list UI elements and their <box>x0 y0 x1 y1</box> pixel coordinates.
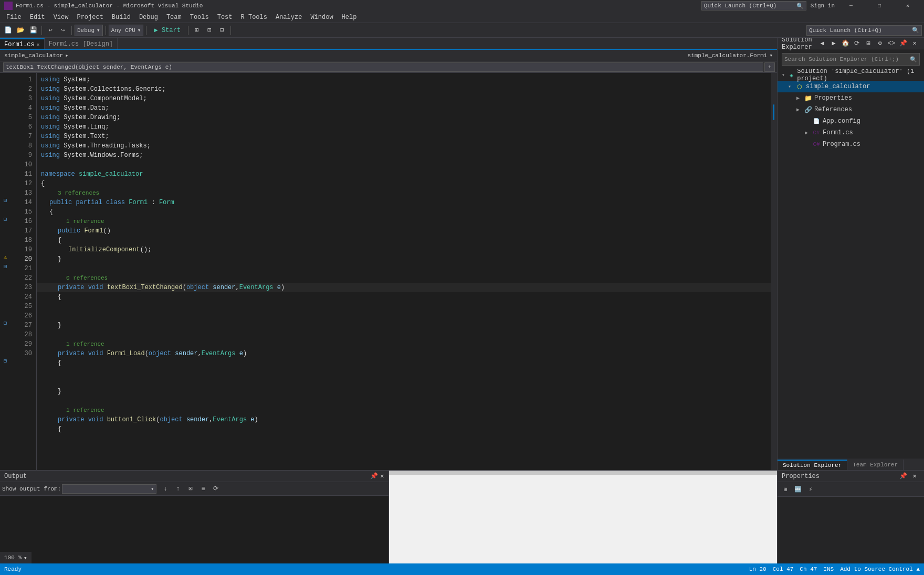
code-line-27[interactable]: } <box>37 321 771 330</box>
code-line-32[interactable] <box>37 368 771 377</box>
code-line-34[interactable]: } <box>37 387 771 396</box>
sign-in[interactable]: Sign in <box>811 3 835 9</box>
horizontal-scrollbar-area[interactable] <box>389 471 778 475</box>
menu-tools[interactable]: Tools <box>186 12 213 23</box>
code-line-14[interactable]: public partial class Form1 : Form <box>37 198 771 207</box>
se-show-all-btn[interactable]: ⊞ <box>863 38 874 49</box>
main-quick-launch[interactable]: Quick Launch (Ctrl+Q) 🔍 <box>701 1 806 10</box>
menu-analyze[interactable]: Analyze <box>271 12 306 23</box>
prop-events-btn[interactable]: ⚡ <box>805 484 816 495</box>
project-node[interactable]: ▾ ⬡ simple_calculator <box>778 81 924 92</box>
save-btn[interactable]: 💾 <box>27 25 39 36</box>
se-back-btn[interactable]: ◀ <box>817 38 827 49</box>
toolbar-btn-3[interactable]: ⊟ <box>216 25 228 36</box>
code-line-8[interactable]: using System.Threading.Tasks; <box>37 141 771 151</box>
appconfig-node[interactable]: ▶ 📄 App.config <box>778 115 924 127</box>
platform-dropdown[interactable]: Any CPU ▾ <box>109 25 144 36</box>
menu-debug[interactable]: Debug <box>135 12 162 23</box>
code-line-9[interactable]: using System.Windows.Forms; <box>37 151 771 160</box>
close-button[interactable]: ✕ <box>896 0 920 12</box>
code-line-18[interactable]: { <box>37 236 771 245</box>
code-line-17[interactable]: public Form1 () <box>37 226 771 236</box>
output-btn-1[interactable]: ↓ <box>160 483 171 495</box>
output-pin-icon[interactable]: 📌 <box>370 472 378 480</box>
tab-solution-explorer[interactable]: Solution Explorer <box>778 460 847 470</box>
code-line-3[interactable]: using System.ComponentModel; <box>37 94 771 103</box>
code-line-38[interactable]: { <box>37 424 771 434</box>
status-ln[interactable]: Ln 20 <box>749 566 766 572</box>
event-box[interactable]: textBox1_TextChanged(object sender, Even… <box>3 62 763 72</box>
code-line-31[interactable]: { <box>37 358 771 368</box>
add-event-btn[interactable]: + <box>764 62 775 72</box>
breadcrumb-class[interactable]: simple_calculator.Form1 <box>688 52 768 59</box>
code-line-1[interactable]: using System; <box>37 75 771 84</box>
toolbar-btn-2[interactable]: ⊡ <box>204 25 215 36</box>
status-col[interactable]: Col 47 <box>773 566 794 572</box>
tab-team-explorer[interactable]: Team Explorer <box>847 460 904 470</box>
menu-rtools[interactable]: R Tools <box>237 12 271 23</box>
code-line-36[interactable]: 1 reference <box>37 406 771 415</box>
toolbar-btn-1[interactable]: ⊞ <box>191 25 203 36</box>
tab-form1-cs-close[interactable]: ✕ <box>37 41 40 48</box>
prop-categorized-btn[interactable]: ⊞ <box>780 484 791 495</box>
se-pin-btn[interactable]: 📌 <box>898 38 908 49</box>
start-btn[interactable]: ▶ Start <box>149 25 185 36</box>
code-line-4[interactable]: using System.Data; <box>37 103 771 113</box>
code-line-13[interactable]: 3 references <box>37 188 771 198</box>
menu-project[interactable]: Project <box>72 12 107 23</box>
se-code-btn[interactable]: <> <box>886 38 897 49</box>
code-line-33[interactable] <box>37 377 771 387</box>
minimize-button[interactable]: ─ <box>839 0 863 12</box>
output-source-dropdown[interactable]: ▾ <box>62 484 156 494</box>
form1cs-node[interactable]: ▶ C# Form1.cs <box>778 127 924 139</box>
properties-node[interactable]: ▶ 📁 Properties <box>778 92 924 104</box>
output-close-icon[interactable]: ✕ <box>380 472 384 480</box>
zoom-control[interactable]: 100 % ▾ <box>0 552 32 563</box>
code-line-19[interactable]: InitializeComponent (); <box>37 245 771 254</box>
code-line-2[interactable]: using System.Collections.Generic; <box>37 84 771 94</box>
code-line-26[interactable] <box>37 311 771 321</box>
prop-pin-btn[interactable]: 📌 <box>898 471 908 482</box>
maximize-button[interactable]: □ <box>867 0 891 12</box>
code-line-10[interactable] <box>37 160 771 169</box>
debug-mode-dropdown[interactable]: Debug ▾ <box>75 25 103 36</box>
menu-help[interactable]: Help <box>338 12 361 23</box>
tab-form1-design[interactable]: Form1.cs [Design] <box>45 38 118 49</box>
code-line-28[interactable] <box>37 330 771 339</box>
output-btn-4[interactable]: ≡ <box>197 483 209 495</box>
se-properties-btn[interactable]: 🏠 <box>840 38 850 49</box>
status-ch[interactable]: Ch 47 <box>800 566 817 572</box>
code-line-37[interactable]: private void button1_Click ( object send… <box>37 415 771 424</box>
se-forward-btn[interactable]: ▶ <box>828 38 839 49</box>
undo-btn[interactable]: ↩ <box>45 25 56 36</box>
menu-edit[interactable]: Edit <box>26 12 49 23</box>
menu-window[interactable]: Window <box>306 12 337 23</box>
se-close-btn[interactable]: ✕ <box>909 38 920 49</box>
solution-root[interactable]: ▾ ◈ Solution 'simple_calculator' (1 proj… <box>778 69 924 81</box>
code-line-6[interactable]: using System.Linq; <box>37 122 771 132</box>
code-line-11[interactable]: namespace simple_calculator <box>37 169 771 179</box>
se-filter-btn[interactable]: ⚙ <box>875 38 885 49</box>
code-line-30[interactable]: private void Form1_Load ( object sender … <box>37 349 771 358</box>
vertical-scrollbar[interactable] <box>771 73 777 470</box>
code-line-16[interactable]: 1 reference <box>37 217 771 226</box>
code-line-29[interactable]: 1 reference <box>37 339 771 349</box>
breadcrumb-dropdown-icon[interactable]: ▾ <box>769 52 773 59</box>
code-line-5[interactable]: using System.Drawing; <box>37 113 771 122</box>
output-btn-5[interactable]: ⟳ <box>210 483 222 495</box>
solution-search-box[interactable]: Search Solution Explorer (Ctrl+;) 🔍 <box>782 53 920 66</box>
menu-test[interactable]: Test <box>213 12 237 23</box>
menu-build[interactable]: Build <box>108 12 135 23</box>
prop-close-btn[interactable]: ✕ <box>909 471 920 482</box>
code-line-22[interactable]: 0 references <box>37 273 771 283</box>
code-line-24[interactable]: { <box>37 292 771 302</box>
code-line-12[interactable]: { <box>37 179 771 188</box>
code-line-21[interactable] <box>37 264 771 273</box>
code-line-7[interactable]: using System.Text; <box>37 132 771 141</box>
prop-alpha-btn[interactable]: 🔤 <box>792 484 804 495</box>
se-refresh-btn[interactable]: ⟳ <box>852 38 862 49</box>
status-ins[interactable]: INS <box>823 566 834 572</box>
references-node[interactable]: ▶ 🔗 References <box>778 104 924 115</box>
menu-file[interactable]: File <box>2 12 26 23</box>
zoom-dropdown-icon[interactable]: ▾ <box>24 555 27 561</box>
